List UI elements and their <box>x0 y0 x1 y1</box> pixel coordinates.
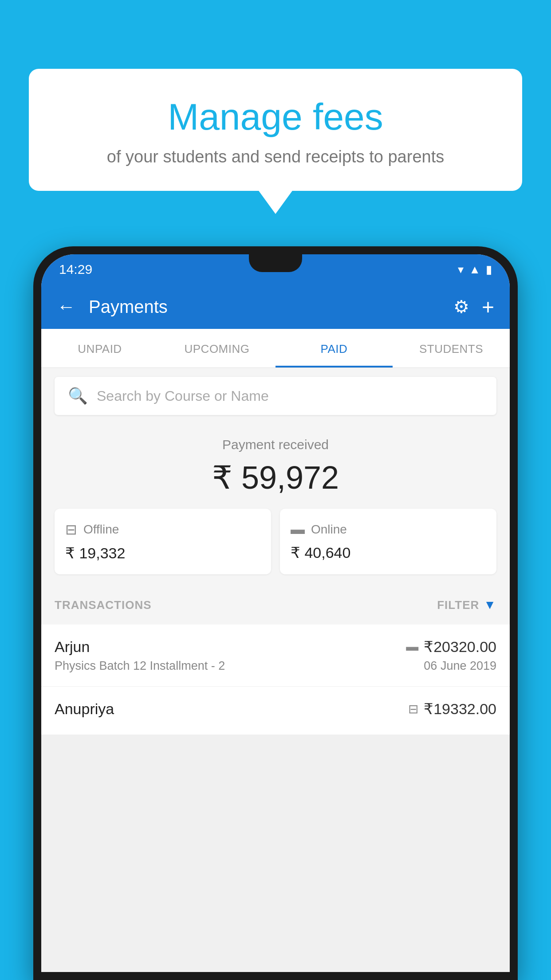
tab-unpaid[interactable]: UNPAID <box>41 329 158 368</box>
phone-frame: 14:29 ▾ ▲ ▮ ← Payments UNPAID UPCOMING P… <box>33 246 518 980</box>
back-button[interactable]: ← <box>57 296 75 317</box>
status-bar: 14:29 ▾ ▲ ▮ <box>41 254 510 285</box>
online-label: Online <box>311 522 347 537</box>
transaction-amount: ₹19332.00 <box>424 700 496 718</box>
phone-inner: 14:29 ▾ ▲ ▮ ← Payments UNPAID UPCOMING P… <box>41 254 510 972</box>
tab-upcoming[interactable]: UPCOMING <box>158 329 276 368</box>
transactions-header: TRANSACTIONS FILTER ▼ <box>41 585 510 624</box>
speech-bubble-container: Manage fees of your students and send re… <box>29 69 522 191</box>
app-header: ← Payments <box>41 285 510 329</box>
offline-amount: ₹ 19,332 <box>65 544 260 562</box>
tab-paid[interactable]: PAID <box>276 329 393 368</box>
offline-card-top: ⊟ Offline <box>65 521 260 538</box>
tab-students[interactable]: STUDENTS <box>393 329 510 368</box>
speech-bubble-subtext: of your students and send receipts to pa… <box>51 147 500 166</box>
notch <box>249 254 302 272</box>
card-payment-icon: ▬ <box>406 640 418 654</box>
payment-summary: Payment received ₹ 59,972 ⊟ Offline ₹ 19… <box>41 424 510 585</box>
header-actions <box>453 295 494 319</box>
transaction-item[interactable]: Anupriya ⊟ ₹19332.00 <box>41 687 510 735</box>
search-input[interactable]: Search by Course or Name <box>97 388 269 404</box>
transaction-row1: Anupriya ⊟ ₹19332.00 <box>55 700 496 718</box>
filter-icon: ▼ <box>484 598 496 612</box>
transaction-name: Arjun <box>55 638 90 656</box>
status-time: 14:29 <box>59 262 92 277</box>
offline-icon: ⊟ <box>65 521 77 538</box>
battery-icon: ▮ <box>486 263 492 277</box>
settings-icon[interactable] <box>453 296 469 317</box>
transaction-date: 06 June 2019 <box>424 659 496 673</box>
status-icons: ▾ ▲ ▮ <box>458 263 492 277</box>
payment-cards: ⊟ Offline ₹ 19,332 ▬ Online ₹ 40,640 <box>55 509 496 574</box>
speech-bubble: Manage fees of your students and send re… <box>29 69 522 191</box>
transaction-amount-row: ⊟ ₹19332.00 <box>408 700 496 718</box>
filter-button[interactable]: FILTER ▼ <box>437 598 496 612</box>
transaction-row1: Arjun ▬ ₹20320.00 <box>55 638 496 656</box>
transaction-row2: Physics Batch 12 Installment - 2 06 June… <box>55 659 496 673</box>
search-icon: 🔍 <box>68 387 88 405</box>
speech-bubble-heading: Manage fees <box>51 95 500 138</box>
add-button[interactable] <box>482 295 494 319</box>
page-title: Payments <box>89 297 440 317</box>
transaction-amount-row: ▬ ₹20320.00 <box>406 638 496 656</box>
transaction-amount: ₹20320.00 <box>424 638 496 656</box>
payment-received-label: Payment received <box>55 437 496 452</box>
filter-label: FILTER <box>437 598 479 612</box>
transaction-name: Anupriya <box>55 700 114 718</box>
transaction-course: Physics Batch 12 Installment - 2 <box>55 659 225 673</box>
wifi-icon: ▾ <box>458 263 464 277</box>
offline-label: Offline <box>83 522 119 537</box>
transaction-item[interactable]: Arjun ▬ ₹20320.00 Physics Batch 12 Insta… <box>41 624 510 687</box>
online-amount: ₹ 40,640 <box>291 544 486 561</box>
payment-total-amount: ₹ 59,972 <box>55 459 496 496</box>
transactions-section-label: TRANSACTIONS <box>55 598 152 612</box>
cash-payment-icon: ⊟ <box>408 702 418 716</box>
search-bar[interactable]: 🔍 Search by Course or Name <box>55 377 496 415</box>
online-card: ▬ Online ₹ 40,640 <box>280 509 496 574</box>
offline-card: ⊟ Offline ₹ 19,332 <box>55 509 271 574</box>
transaction-list: Arjun ▬ ₹20320.00 Physics Batch 12 Insta… <box>41 624 510 735</box>
signal-icon: ▲ <box>469 263 480 277</box>
search-container: 🔍 Search by Course or Name <box>41 368 510 424</box>
online-icon: ▬ <box>291 521 305 537</box>
tabs-bar: UNPAID UPCOMING PAID STUDENTS <box>41 329 510 368</box>
online-card-top: ▬ Online <box>291 521 486 537</box>
